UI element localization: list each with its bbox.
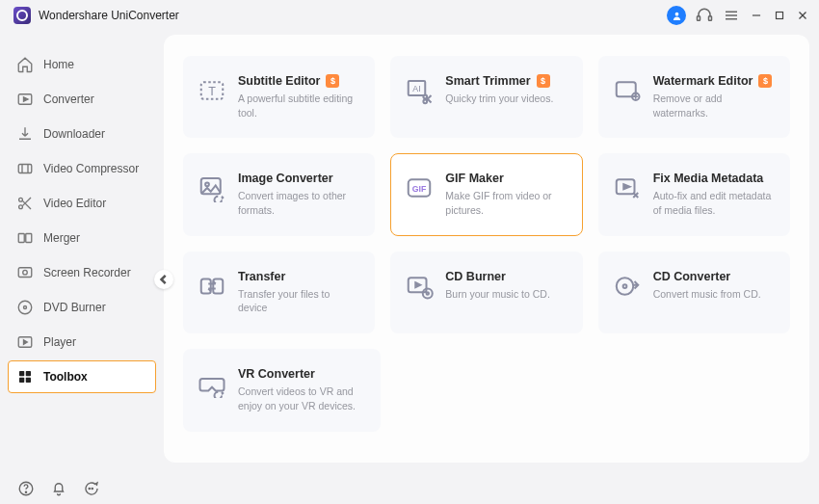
svg-point-52	[92, 488, 92, 489]
sidebar-item-converter[interactable]: Converter	[8, 83, 156, 116]
svg-rect-15	[18, 234, 24, 243]
card-desc: Quicky trim your videos.	[445, 92, 568, 106]
tool-card-cd-burner[interactable]: CD Burner Burn your music to CD.	[390, 252, 582, 333]
tool-card-gif-maker[interactable]: GIF GIF Maker Make GIF from video or pic…	[390, 153, 582, 235]
disc-icon	[16, 299, 34, 316]
tool-card-image-converter[interactable]: Image Converter Convert images to other …	[183, 153, 375, 235]
card-desc: Convert images to other formats.	[238, 189, 360, 217]
svg-point-19	[18, 301, 32, 314]
svg-marker-40	[623, 185, 629, 190]
feedback-chat-icon[interactable]	[83, 480, 100, 497]
cd-burn-icon	[405, 272, 434, 301]
svg-point-46	[427, 292, 430, 295]
card-desc: Remove or add watermarks.	[653, 92, 776, 119]
sidebar-item-label: Converter	[43, 93, 94, 106]
tool-card-transfer[interactable]: Transfer Transfer your files to device	[183, 252, 375, 333]
tool-card-fix-metadata[interactable]: Fix Media Metadata Auto-fix and edit met…	[598, 153, 790, 235]
svg-text:AI: AI	[413, 84, 421, 93]
svg-point-48	[622, 284, 626, 288]
close-button[interactable]	[796, 9, 809, 22]
svg-point-50	[25, 491, 26, 492]
user-account-icon[interactable]	[667, 6, 686, 25]
card-title: VR Converter	[238, 367, 315, 381]
sidebar-item-downloader[interactable]: Downloader	[8, 118, 156, 150]
svg-text:T: T	[208, 85, 216, 98]
card-title: Smart Trimmer	[445, 74, 530, 88]
card-title: Subtitle Editor	[238, 74, 320, 88]
tool-card-vr-converter[interactable]: VR Converter Convert videos to VR and en…	[183, 349, 381, 431]
hamburger-menu-icon[interactable]	[723, 7, 740, 24]
help-icon[interactable]	[17, 480, 35, 497]
sidebar-collapse-toggle[interactable]	[154, 270, 173, 289]
scissors-icon	[16, 195, 34, 212]
subtitle-icon: T	[198, 76, 226, 105]
svg-point-36	[205, 183, 209, 187]
sidebar-item-label: Player	[43, 335, 76, 349]
card-title: Fix Media Metadata	[653, 172, 764, 185]
card-desc: Convert music from CD.	[653, 287, 776, 302]
card-title: GIF Maker	[445, 172, 503, 185]
sidebar-item-label: Home	[43, 58, 74, 71]
recorder-icon	[16, 264, 34, 281]
svg-rect-2	[709, 16, 712, 21]
sidebar-item-video-editor[interactable]: Video Editor	[8, 187, 156, 220]
svg-point-51	[89, 488, 90, 489]
svg-marker-44	[416, 282, 421, 287]
card-title: Transfer	[238, 270, 285, 283]
svg-point-47	[616, 278, 633, 295]
sidebar-item-video-compressor[interactable]: Video Compressor	[8, 152, 156, 185]
card-desc: A powerful subtitle editing tool.	[238, 92, 360, 119]
transfer-icon	[198, 272, 226, 301]
tool-card-watermark-editor[interactable]: Watermark Editor$ Remove or add watermar…	[598, 56, 790, 138]
card-title: CD Converter	[653, 270, 731, 283]
sidebar-item-merger[interactable]: Merger	[8, 222, 156, 254]
sidebar-item-dvd-burner[interactable]: DVD Burner	[8, 291, 156, 324]
tool-card-cd-converter[interactable]: CD Converter Convert music from CD.	[598, 252, 790, 333]
watermark-icon	[613, 76, 642, 105]
sidebar-item-player[interactable]: Player	[8, 326, 156, 358]
bell-notifications-icon[interactable]	[50, 480, 67, 497]
sidebar: Home Converter Downloader Video Compress…	[0, 31, 164, 472]
card-title: Image Converter	[238, 172, 333, 185]
card-desc: Convert videos to VR and enjoy on your V…	[238, 385, 366, 412]
main-panel: T Subtitle Editor$ A powerful subtitle e…	[164, 35, 809, 463]
merger-icon	[16, 229, 34, 247]
vr-icon	[198, 369, 226, 398]
svg-rect-24	[26, 371, 31, 376]
svg-rect-41	[201, 279, 211, 293]
tool-card-smart-trimmer[interactable]: AI Smart Trimmer$ Quicky trim your video…	[390, 56, 582, 138]
svg-rect-42	[213, 279, 223, 293]
svg-rect-1	[698, 16, 700, 21]
sidebar-item-label: DVD Burner	[43, 301, 106, 314]
sidebar-item-home[interactable]: Home	[8, 48, 156, 81]
metadata-icon	[613, 173, 642, 202]
sidebar-item-label: Video Editor	[43, 197, 106, 210]
maximize-button[interactable]	[773, 9, 786, 22]
home-icon	[16, 56, 34, 73]
play-icon	[16, 333, 34, 351]
sidebar-item-screen-recorder[interactable]: Screen Recorder	[8, 256, 156, 289]
pro-badge-icon: $	[537, 74, 550, 88]
svg-point-0	[674, 12, 678, 15]
svg-point-18	[23, 270, 28, 275]
svg-marker-11	[24, 97, 29, 102]
sidebar-item-label: Merger	[43, 231, 80, 245]
compressor-icon	[16, 160, 34, 177]
svg-rect-7	[777, 13, 783, 19]
svg-point-13	[19, 198, 23, 201]
titlebar: Wondershare UniConverter	[0, 0, 819, 31]
svg-rect-23	[19, 371, 24, 376]
app-title: Wondershare UniConverter	[39, 9, 179, 22]
card-desc: Auto-fix and edit metadata of media file…	[653, 189, 776, 217]
gif-icon: GIF	[405, 173, 434, 202]
svg-rect-25	[19, 378, 24, 383]
minimize-button[interactable]	[750, 9, 763, 22]
cd-convert-icon	[613, 272, 642, 301]
headset-support-icon[interactable]	[696, 7, 713, 24]
sidebar-item-toolbox[interactable]: Toolbox	[8, 360, 156, 393]
tool-card-subtitle-editor[interactable]: T Subtitle Editor$ A powerful subtitle e…	[183, 56, 375, 138]
card-desc: Transfer your files to device	[238, 287, 360, 315]
sidebar-item-label: Downloader	[43, 127, 105, 141]
bottombar	[0, 472, 819, 504]
svg-rect-17	[18, 268, 32, 278]
